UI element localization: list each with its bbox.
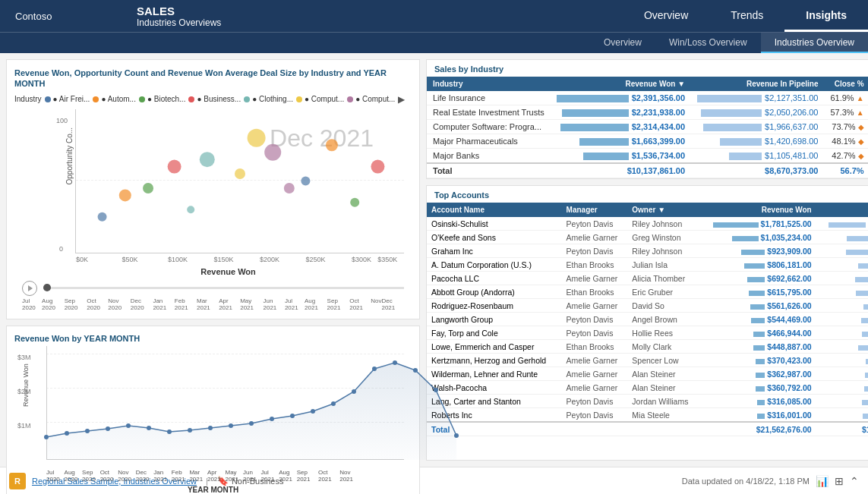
scatter-area: Dec 2021 Opportunity Co... 0 100: [75, 109, 404, 253]
legend-more[interactable]: ▶: [398, 94, 405, 105]
expand-icon[interactable]: ⊞: [835, 475, 844, 487]
td-manager: Ethan Brooks: [562, 285, 628, 299]
svg-marker-14: [46, 363, 456, 460]
nav-title-block: SALES Industries Overviews: [122, 0, 289, 32]
xt-oct21: Oct2021: [318, 469, 332, 483]
status-icon: R: [9, 473, 26, 489]
td-owner: Alan Steiner: [627, 381, 699, 395]
xt-jul21: Jul2021: [261, 469, 275, 483]
td-pipeline: $1,966,637.00: [691, 120, 824, 134]
date-16: Oct 2021: [349, 297, 371, 311]
line-chart-svg: [46, 346, 404, 460]
timeline-handle[interactable]: [43, 284, 51, 291]
nav-tabs: Overview Trends Insights: [623, 0, 868, 32]
date-13: Jul 2021: [285, 297, 305, 311]
sales-by-industry-card: Sales by Industry Industry Revenue Won ▼…: [426, 59, 868, 179]
svg-point-13: [284, 183, 295, 194]
y-tick-3m: $3M: [17, 354, 31, 361]
td-rev-won: $1,536,734.00: [551, 149, 691, 164]
svg-point-9: [350, 197, 359, 206]
x-tick-300k: $300K: [352, 256, 371, 263]
svg-point-28: [311, 409, 315, 414]
th-rev-won-acct: Revenue Won: [699, 203, 816, 217]
td-owner: Spencer Low: [627, 354, 699, 367]
x-tick-50k: $50K: [122, 256, 137, 263]
xt-oct20: Oct2020: [100, 469, 114, 483]
top-accounts-header: Account Name Manager Owner ▼ Revenue Won…: [427, 203, 868, 217]
left-panel: Revenue Won, Opportunity Count and Reven…: [6, 59, 420, 461]
y-axis-label: Opportunity Co...: [65, 127, 74, 185]
td-industry: Major Banks: [427, 149, 551, 164]
td-account: Pacocha LLC: [427, 272, 562, 285]
list-item: A. Datum Corporation (U.S.) Ethan Brooks…: [427, 258, 868, 272]
timeline-controls: Jul 2020 Aug 2020 Sep 2020 Oct 2020 Nov …: [22, 281, 404, 311]
td-manager: Peyton Davis: [562, 395, 628, 408]
td-pipe: $399.37K: [816, 313, 868, 326]
xt-feb21: Feb2021: [172, 469, 185, 483]
scatter-chart-card: Revenue Won, Opportunity Count and Reven…: [6, 59, 420, 319]
td-owner: Mia Steele: [627, 408, 699, 423]
td-account: Graham Inc: [427, 244, 562, 258]
svg-point-18: [106, 426, 110, 431]
xt-aug20: Aug2020: [65, 469, 78, 483]
list-item: Walsh-Pacocha Amelie Garner Alan Steiner…: [427, 381, 868, 395]
td-rev: $316,085.00: [699, 395, 816, 408]
date-14: Aug 2021: [305, 297, 327, 311]
svg-point-11: [187, 206, 194, 213]
td-rev: $561,626.00: [699, 299, 816, 313]
td-close-pct: 61.9% ▲: [824, 91, 868, 105]
svg-point-26: [270, 417, 274, 421]
top-nav: Contoso SALES Industries Overviews Overv…: [0, 0, 868, 32]
list-item: Lang, Carter and Stanton Peyton Davis Jo…: [427, 395, 868, 408]
td-pipe: $603.52K: [816, 285, 868, 299]
table-row: Major Pharmaceuticals $1,663,399.00 $1,4…: [427, 134, 868, 149]
tab-trends[interactable]: Trends: [709, 0, 784, 32]
timeline-bar[interactable]: [43, 287, 404, 289]
td-owner: Alicia Thomber: [627, 272, 699, 285]
top-accounts-scroll[interactable]: Account Name Manager Owner ▼ Revenue Won…: [427, 203, 868, 460]
td-total-close: 56.7%: [824, 163, 868, 178]
tab-overview[interactable]: Overview: [623, 0, 709, 32]
total-row: Total $10,137,861.00 $8,670,373.00 56.7%…: [427, 163, 868, 178]
sub-tab-overview[interactable]: Overview: [590, 33, 655, 53]
td-pipe: $241.38K: [816, 367, 868, 381]
td-pipe: $267.40K: [816, 381, 868, 395]
th-pipeline: Revenue In Pipeline: [691, 77, 824, 91]
svg-point-10: [371, 159, 384, 173]
td-industry: Major Pharmaceuticals: [427, 134, 551, 149]
svg-point-19: [126, 423, 131, 428]
td-rev: $692,662.00: [699, 272, 816, 285]
td-account: A. Datum Corporation (U.S.): [427, 258, 562, 272]
line-chart-card: Revenue Won by YEAR MONTH $3M $2M $1M Re…: [6, 326, 420, 494]
sub-tab-industries[interactable]: Industries Overview: [761, 33, 868, 53]
th-rev-won[interactable]: Revenue Won ▼: [551, 77, 691, 91]
td-rev: $806,181.00: [699, 258, 816, 272]
chevron-up-icon[interactable]: ⌃: [850, 475, 859, 487]
scatter-legend: Industry ● Air Frei... ● Autom... ● Biot…: [14, 94, 412, 105]
td-rev: $923,909.00: [699, 244, 816, 258]
tab-insights[interactable]: Insights: [784, 0, 868, 32]
td-acct-total-rev: $21,562,676.00: [699, 422, 816, 436]
date-start: Jul 2020: [22, 297, 42, 311]
legend-item-5: ● Comput...: [296, 95, 344, 103]
list-item: Roberts Inc Peyton Davis Mia Steele $316…: [427, 408, 868, 423]
date-2: Aug 2020: [42, 297, 65, 311]
legend-item-1: ● Autom...: [93, 95, 136, 103]
play-button[interactable]: [22, 281, 37, 296]
td-manager: Peyton Davis: [562, 408, 628, 423]
status-right: Data updated on 4/18/22, 1:18 PM 📊 ⊞ ⌃: [682, 475, 859, 487]
chart-icon[interactable]: 📊: [816, 475, 829, 487]
status-icon-text: R: [14, 477, 21, 486]
x-tick-0k: $0K: [76, 256, 88, 263]
top-accounts-card: Top Accounts Account Name Manager Owner …: [426, 185, 868, 461]
td-owner: Hollie Rees: [627, 326, 699, 340]
logo-text: Contoso: [15, 11, 52, 22]
td-pipe: $300.49K: [816, 299, 868, 313]
svg-point-5: [235, 168, 245, 179]
sub-tab-winloss[interactable]: Win/Loss Overview: [655, 33, 761, 53]
list-item: Wilderman, Lehner and Runte Amelie Garne…: [427, 367, 868, 381]
td-account: Rodriguez-Rosenbaum: [427, 299, 562, 313]
th-owner[interactable]: Owner ▼: [627, 203, 699, 217]
date-8: Feb 2021: [175, 297, 197, 311]
td-pipe: $1,469.16k: [816, 217, 868, 231]
